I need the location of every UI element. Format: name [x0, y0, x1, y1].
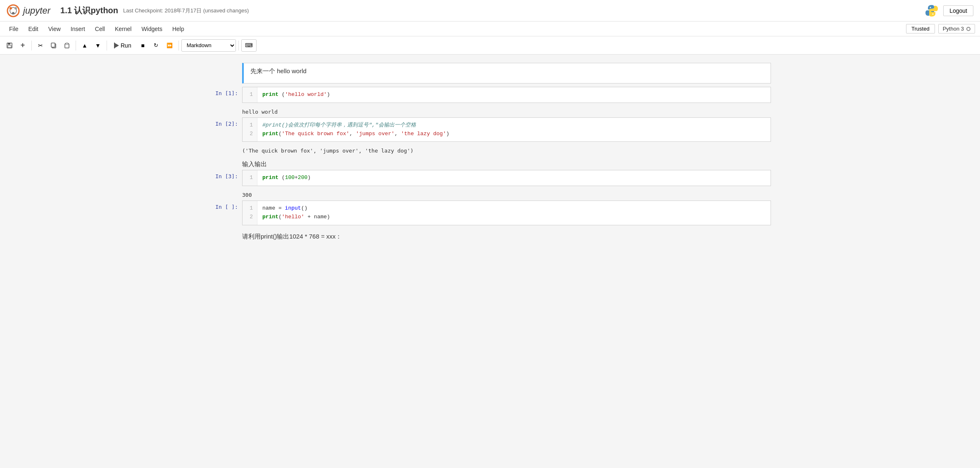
toolbar: + ✂ ▲ ▼ Run ■ ↻ ⏩ Code Markdown Raw N — [0, 36, 980, 55]
restart-run-button[interactable]: ⏩ — [163, 39, 176, 52]
line-numbers-4: 1 2 — [243, 201, 257, 225]
output-2: ('The quick brown fox', 'jumps over', 't… — [209, 145, 771, 156]
python-logo-icon — [925, 4, 938, 17]
toolbar-separator-4 — [178, 41, 179, 50]
code-cell-4-label: In [ ]: — [209, 201, 242, 210]
menu-view[interactable]: View — [44, 24, 65, 34]
cut-button[interactable]: ✂ — [34, 39, 47, 52]
text-cell-input-output: 输入输出 — [242, 156, 771, 170]
kernel-status-icon — [966, 27, 970, 31]
menu-file[interactable]: File — [5, 24, 23, 34]
code-content-1: print ('hello world') — [257, 87, 771, 103]
svg-point-4 — [12, 12, 14, 14]
logout-button[interactable]: Logout — [943, 5, 973, 16]
move-up-button[interactable]: ▲ — [78, 39, 91, 52]
toolbar-separator-2 — [76, 41, 76, 50]
paste-icon — [64, 43, 70, 48]
svg-rect-11 — [51, 43, 55, 47]
checkpoint-info: Last Checkpoint: 2018年7月17日 (unsaved cha… — [123, 7, 249, 14]
jupyter-logo-icon — [7, 4, 20, 17]
line-numbers-1: 1 — [243, 87, 257, 103]
menu-widgets[interactable]: Widgets — [137, 24, 167, 34]
code-content-4: name = input() print('hello' + name) — [257, 201, 771, 225]
code-cell-1-inner: 1 print ('hello world') — [243, 87, 771, 103]
output-3: 300 — [209, 189, 771, 201]
code-cell-4-container: In [ ]: 1 2 name = input() print('hello'… — [209, 201, 771, 225]
svg-point-5 — [930, 7, 931, 8]
topbar: jupyter 1.1 认识python Last Checkpoint: 20… — [0, 0, 980, 21]
notebook-title: 1.1 认识python — [60, 5, 118, 16]
paste-button[interactable] — [61, 39, 73, 52]
toolbar-separator-3 — [107, 41, 107, 50]
code-cell-4: 1 2 name = input() print('hello' + name) — [242, 201, 771, 225]
svg-point-2 — [10, 7, 12, 10]
cell-type-select[interactable]: Code Markdown Raw NBConvert Heading — [181, 39, 236, 52]
notebook-container: 先来一个 hello world In [1]: 1 print ('hello… — [201, 63, 779, 242]
keyboard-shortcuts-button[interactable]: ⌨ — [241, 39, 257, 52]
svg-rect-13 — [66, 43, 68, 44]
code-cell-2-content[interactable]: 1 2 #print()会依次打印每个字符串，遇到逗号","会输出一个空格 pr… — [242, 117, 771, 142]
code-cell-3-container: In [3]: 1 print (100+200) — [209, 170, 771, 186]
kernel-indicator: Python 3 — [938, 24, 975, 33]
topbar-right: Logout — [925, 4, 973, 17]
code-cell-2-container: In [2]: 1 2 #print()会依次打印每个字符串，遇到逗号","会输… — [209, 117, 771, 142]
markdown-cell-1: 先来一个 hello world — [242, 63, 771, 84]
menu-kernel[interactable]: Kernel — [111, 24, 136, 34]
code-cell-3-label: In [3]: — [209, 170, 242, 179]
code-cell-4-content[interactable]: 1 2 name = input() print('hello' + name) — [242, 201, 771, 225]
copy-icon — [51, 43, 57, 48]
run-icon — [114, 43, 119, 48]
svg-point-3 — [14, 7, 17, 10]
run-label: Run — [121, 42, 131, 49]
logo-area: jupyter — [7, 4, 50, 17]
svg-rect-9 — [8, 45, 11, 48]
code-cell-3: 1 print (100+200) — [242, 170, 771, 186]
toolbar-separator-1 — [31, 41, 32, 50]
code-cell-2: 1 2 #print()会依次打印每个字符串，遇到逗号","会输出一个空格 pr… — [242, 117, 771, 142]
code-cell-2-label: In [2]: — [209, 117, 242, 127]
code-cell-1: 1 print ('hello world') — [242, 87, 771, 103]
svg-rect-15 — [114, 43, 115, 48]
trusted-button[interactable]: Trusted — [906, 24, 935, 33]
line-numbers-2: 1 2 — [243, 118, 257, 142]
move-down-button[interactable]: ▼ — [92, 39, 104, 52]
menu-cell[interactable]: Cell — [91, 24, 109, 34]
app-name-label: jupyter — [23, 5, 50, 16]
restart-button[interactable]: ↻ — [150, 39, 162, 52]
menu-insert[interactable]: Insert — [67, 24, 89, 34]
save-button[interactable] — [3, 39, 16, 52]
menu-edit[interactable]: Edit — [24, 24, 43, 34]
add-cell-button[interactable]: + — [17, 39, 29, 52]
text-cell-exercise: 请利用print()输出1024 * 768 = xxx： — [242, 229, 771, 242]
kernel-name-label: Python 3 — [943, 26, 964, 32]
svg-point-6 — [932, 13, 934, 14]
menu-help[interactable]: Help — [168, 24, 188, 34]
markdown-cell-1-content[interactable]: 先来一个 hello world — [242, 63, 771, 84]
save-icon — [7, 43, 12, 48]
code-content-3: print (100+200) — [257, 170, 771, 186]
code-cell-3-content[interactable]: 1 print (100+200) — [242, 170, 771, 186]
run-button[interactable]: Run — [109, 39, 136, 52]
code-cell-1-content[interactable]: 1 print ('hello world') — [242, 87, 771, 103]
stop-button[interactable]: ■ — [137, 39, 149, 52]
code-content-2: #print()会依次打印每个字符串，遇到逗号","会输出一个空格 print(… — [257, 118, 771, 142]
code-cell-3-inner: 1 print (100+200) — [243, 170, 771, 186]
output-1: hello world — [209, 106, 771, 117]
code-cell-2-inner: 1 2 #print()会依次打印每个字符串，遇到逗号","会输出一个空格 pr… — [243, 118, 771, 142]
menubar: File Edit View Insert Cell Kernel Widget… — [0, 21, 980, 36]
code-cell-4-inner: 1 2 name = input() print('hello' + name) — [243, 201, 771, 225]
svg-point-0 — [7, 5, 19, 17]
markdown-cell-1-container: 先来一个 hello world — [209, 63, 771, 84]
markdown-cell-1-label — [209, 63, 242, 66]
copy-button[interactable] — [48, 39, 60, 52]
menubar-right: Trusted Python 3 — [906, 24, 975, 33]
code-cell-1-container: In [1]: 1 print ('hello world') — [209, 87, 771, 103]
toolbar-separator-5 — [238, 41, 239, 50]
main-content: 先来一个 hello world In [1]: 1 print ('hello… — [0, 55, 980, 468]
svg-rect-8 — [8, 43, 10, 45]
line-numbers-3: 1 — [243, 170, 257, 186]
code-cell-1-label: In [1]: — [209, 87, 242, 96]
